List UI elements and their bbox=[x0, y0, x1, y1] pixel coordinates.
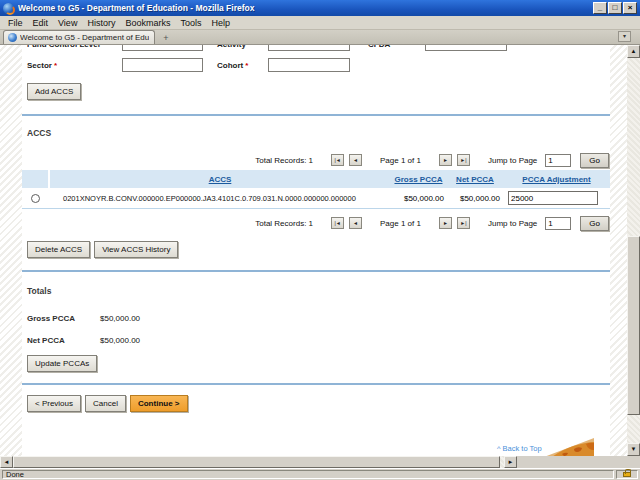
fund-control-level-label: Fund Control Level bbox=[27, 45, 122, 49]
first-page-button[interactable]: |◄ bbox=[331, 154, 344, 166]
cfda-label: CFDA bbox=[368, 45, 425, 49]
gross-pcca-sort-link[interactable]: Gross PCCA bbox=[394, 175, 442, 184]
scroll-left-icon[interactable]: ◄ bbox=[0, 456, 13, 468]
scroll-right-icon[interactable]: ► bbox=[504, 456, 517, 468]
row-select-radio[interactable] bbox=[31, 194, 40, 203]
section-divider bbox=[22, 383, 610, 385]
firefox-icon bbox=[3, 3, 14, 14]
tab-bar: Welcome to G5 - Department of Edu... + ▾ bbox=[0, 30, 640, 45]
gross-pcca-column-header: Gross PCCA bbox=[390, 175, 447, 184]
wizard-nav-row: < Previous Cancel Continue > bbox=[22, 395, 610, 412]
ed-swoosh-graphic bbox=[544, 436, 594, 456]
horizontal-scrollbar-thumb[interactable] bbox=[13, 456, 500, 468]
net-pcca-total-row: Net PCCA $50,000.00 bbox=[22, 336, 610, 345]
delete-accs-button[interactable]: Delete ACCS bbox=[27, 241, 90, 258]
vertical-scrollbar-thumb[interactable] bbox=[627, 236, 640, 415]
gross-pcca-total-label: Gross PCCA bbox=[27, 314, 100, 323]
menu-view[interactable]: View bbox=[53, 18, 82, 28]
jump-to-page-input[interactable] bbox=[545, 217, 571, 230]
total-records-label: Total Records: 1 bbox=[255, 156, 313, 165]
last-page-button[interactable]: ►| bbox=[457, 154, 470, 166]
accs-section-heading: ACCS bbox=[22, 128, 610, 138]
status-bar: Done bbox=[0, 468, 640, 480]
form-row-sector-cohort: Sector* Cohort* bbox=[22, 57, 610, 73]
minimize-button[interactable]: _ bbox=[593, 2, 607, 14]
cancel-button[interactable]: Cancel bbox=[85, 395, 126, 412]
pcca-adjustment-input[interactable] bbox=[508, 191, 598, 205]
activity-label: Activity bbox=[217, 45, 268, 49]
add-accs-button[interactable]: Add ACCS bbox=[27, 83, 81, 100]
accs-actions-row: Delete ACCS View ACCS History bbox=[22, 241, 610, 258]
first-page-button[interactable]: |◄ bbox=[331, 217, 344, 229]
accs-column-header: ACCS bbox=[50, 175, 390, 184]
page-content: Fund Control Level Activity CFDA Sector*… bbox=[22, 45, 610, 456]
back-to-top-link[interactable]: ^ Back to Top bbox=[497, 444, 542, 453]
scroll-up-icon[interactable]: ▲ bbox=[627, 45, 640, 58]
pagination-top: Total Records: 1 |◄ ◄ Page 1 of 1 ► ►| J… bbox=[22, 152, 610, 168]
radio-column-header bbox=[22, 170, 50, 188]
restore-button[interactable]: □ bbox=[608, 2, 622, 14]
close-button[interactable]: × bbox=[623, 2, 637, 14]
accs-code-value: 0201XNOYR.B.CONV.000000.EP000000.JA3.410… bbox=[50, 194, 390, 203]
last-page-button[interactable]: ►| bbox=[457, 217, 470, 229]
tab-favicon-icon bbox=[8, 33, 17, 42]
prev-page-button[interactable]: ◄ bbox=[349, 154, 362, 166]
cohort-input[interactable] bbox=[268, 58, 350, 72]
next-page-button[interactable]: ► bbox=[439, 217, 452, 229]
jump-to-page-label: Jump to Page bbox=[488, 156, 537, 165]
menu-bookmarks[interactable]: Bookmarks bbox=[120, 18, 175, 28]
gross-pcca-total-row: Gross PCCA $50,000.00 bbox=[22, 314, 610, 323]
menu-help[interactable]: Help bbox=[206, 18, 235, 28]
new-tab-button[interactable]: + bbox=[158, 32, 174, 44]
list-all-tabs-button[interactable]: ▾ bbox=[618, 31, 631, 42]
cfda-input[interactable] bbox=[425, 45, 507, 51]
required-marker: * bbox=[245, 61, 248, 70]
scroll-down-icon[interactable]: ▼ bbox=[627, 443, 640, 456]
previous-button[interactable]: < Previous bbox=[27, 395, 81, 412]
fund-control-level-input[interactable] bbox=[122, 45, 203, 51]
menu-history[interactable]: History bbox=[82, 18, 120, 28]
sector-label: Sector* bbox=[27, 61, 122, 70]
activity-input[interactable] bbox=[268, 45, 350, 51]
add-accs-row: Add ACCS bbox=[22, 83, 610, 100]
menu-tools[interactable]: Tools bbox=[175, 18, 206, 28]
title-bar: Welcome to G5 - Department of Education … bbox=[0, 0, 640, 16]
sector-input[interactable] bbox=[122, 58, 203, 72]
gross-pcca-total-value: $50,000.00 bbox=[100, 314, 140, 323]
go-button[interactable]: Go bbox=[580, 153, 609, 168]
security-panel bbox=[616, 470, 638, 479]
status-text: Done bbox=[2, 470, 614, 479]
net-pcca-column-header: Net PCCA bbox=[447, 175, 503, 184]
lock-icon bbox=[623, 472, 631, 477]
table-row: 0201XNOYR.B.CONV.000000.EP000000.JA3.410… bbox=[22, 188, 610, 209]
accs-table-header: ACCS Gross PCCA Net PCCA PCCA Adjustment bbox=[22, 170, 610, 188]
form-row-clipped: Fund Control Level Activity CFDA bbox=[22, 45, 610, 52]
jump-to-page-label: Jump to Page bbox=[488, 219, 537, 228]
accs-sort-link[interactable]: ACCS bbox=[209, 175, 232, 184]
menu-edit[interactable]: Edit bbox=[28, 18, 54, 28]
menu-file[interactable]: File bbox=[3, 18, 28, 28]
go-button[interactable]: Go bbox=[580, 216, 609, 231]
view-accs-history-button[interactable]: View ACCS History bbox=[94, 241, 178, 258]
pagination-bottom: Total Records: 1 |◄ ◄ Page 1 of 1 ► ►| J… bbox=[22, 215, 610, 231]
update-pccas-button[interactable]: Update PCCAs bbox=[27, 355, 97, 372]
net-pcca-total-label: Net PCCA bbox=[27, 336, 100, 345]
next-page-button[interactable]: ► bbox=[439, 154, 452, 166]
vertical-scrollbar[interactable]: ▲ ▼ bbox=[627, 45, 640, 456]
page-status: Page 1 of 1 bbox=[380, 156, 421, 165]
pcca-adjustment-cell bbox=[503, 191, 610, 205]
active-tab[interactable]: Welcome to G5 - Department of Edu... bbox=[3, 30, 155, 44]
jump-to-page-input[interactable] bbox=[545, 154, 571, 167]
totals-heading: Totals bbox=[22, 286, 610, 296]
tab-title: Welcome to G5 - Department of Edu... bbox=[20, 33, 149, 42]
horizontal-scrollbar[interactable]: ◄ ► bbox=[0, 456, 627, 468]
gross-pcca-value: $50,000.00 bbox=[390, 194, 447, 203]
total-records-label: Total Records: 1 bbox=[255, 219, 313, 228]
net-pcca-sort-link[interactable]: Net PCCA bbox=[456, 175, 494, 184]
left-margin-stripes bbox=[0, 45, 22, 456]
scrollbar-corner bbox=[627, 456, 640, 468]
prev-page-button[interactable]: ◄ bbox=[349, 217, 362, 229]
continue-button[interactable]: Continue > bbox=[130, 395, 188, 412]
menu-bar: File Edit View History Bookmarks Tools H… bbox=[0, 16, 640, 30]
pcca-adjustment-sort-link[interactable]: PCCA Adjustment bbox=[522, 175, 590, 184]
